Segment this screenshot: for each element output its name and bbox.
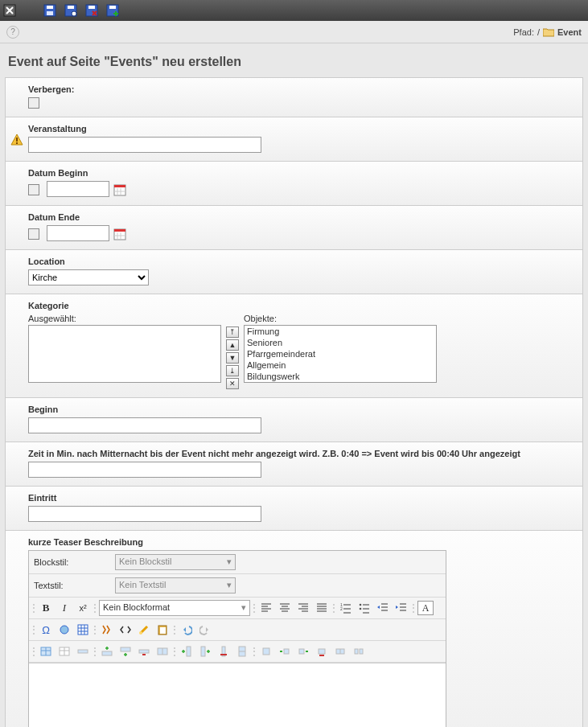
- move-up-button[interactable]: ▲: [226, 339, 239, 351]
- svg-rect-40: [201, 647, 205, 656]
- path-label: Pfad:: [513, 27, 534, 37]
- midnight-label: Zeit in Min. nach Mitternacht bis der Ev…: [28, 449, 574, 458]
- separator-icon: [253, 643, 256, 659]
- separator-icon: [173, 643, 176, 659]
- list-item[interactable]: Allgemein: [245, 359, 436, 371]
- svg-point-6: [72, 11, 76, 16]
- text-color-icon[interactable]: A: [417, 601, 434, 615]
- italic-icon[interactable]: I: [56, 600, 72, 616]
- move-top-button[interactable]: ⤒: [226, 327, 239, 338]
- save-new-icon[interactable]: [106, 4, 119, 17]
- field-title: Veranstaltung: [6, 117, 582, 162]
- special-char-icon[interactable]: Ω: [38, 622, 54, 638]
- svg-rect-34: [78, 650, 88, 653]
- list-item[interactable]: Firmung: [245, 326, 436, 337]
- page-body: Event auf Seite "Events" neu erstellen V…: [0, 43, 588, 727]
- svg-rect-28: [78, 625, 88, 635]
- rte-toolbar-3: [29, 641, 446, 663]
- ordered-list-icon[interactable]: 12: [338, 600, 354, 616]
- objects-listbox[interactable]: Firmung Senioren Pfarrgemeinderat Allgem…: [244, 325, 437, 383]
- align-left-icon[interactable]: [258, 600, 274, 616]
- blockformat-select[interactable]: Kein Blockformat: [99, 600, 250, 616]
- svg-point-29: [139, 631, 142, 635]
- date-end-label: Datum Ende: [28, 212, 574, 222]
- save-icon[interactable]: [43, 4, 56, 17]
- calendar-icon[interactable]: [113, 228, 126, 240]
- align-right-icon[interactable]: [295, 600, 311, 616]
- location-select[interactable]: Kirche: [28, 269, 149, 285]
- svg-rect-2: [47, 6, 53, 9]
- link-icon[interactable]: [56, 622, 72, 638]
- midnight-input[interactable]: [28, 462, 261, 478]
- code-icon[interactable]: [117, 622, 134, 638]
- outdent-icon[interactable]: [375, 600, 391, 616]
- row-props-icon[interactable]: [75, 643, 91, 659]
- insert-col-before-icon[interactable]: [179, 643, 195, 659]
- table-props-icon[interactable]: [38, 643, 54, 659]
- svg-rect-10: [109, 6, 116, 9]
- entry-label: Eintritt: [28, 493, 574, 503]
- save-view-icon[interactable]: [64, 4, 77, 17]
- cell-delete-icon[interactable]: [314, 643, 330, 659]
- move-down-button[interactable]: ▼: [226, 352, 239, 364]
- entry-input[interactable]: [28, 506, 261, 522]
- paste-icon[interactable]: [154, 622, 171, 638]
- date-start-checkbox[interactable]: [28, 184, 39, 195]
- indent-icon[interactable]: [393, 600, 409, 616]
- blockstyle-select[interactable]: Kein Blockstil: [115, 554, 236, 570]
- title-input[interactable]: [28, 137, 261, 153]
- textstyle-select[interactable]: Kein Textstil: [115, 577, 236, 594]
- path-page[interactable]: Event: [557, 27, 582, 37]
- category-label: Kategorie: [28, 301, 574, 310]
- list-item[interactable]: Senioren: [245, 337, 436, 348]
- align-center-icon[interactable]: [277, 600, 293, 616]
- align-justify-icon[interactable]: [314, 600, 330, 616]
- cell-merge-icon[interactable]: [351, 643, 367, 659]
- undo-icon[interactable]: [179, 622, 195, 638]
- hide-checkbox[interactable]: [28, 97, 39, 109]
- cell-props-icon[interactable]: [258, 643, 274, 659]
- path-bar: ? Pfad: / Event: [0, 21, 588, 43]
- split-row-icon[interactable]: [154, 643, 171, 659]
- svg-rect-49: [360, 649, 363, 654]
- selected-label: Ausgewählt:: [28, 314, 221, 323]
- calendar-icon[interactable]: [113, 183, 126, 196]
- date-start-input[interactable]: [47, 181, 109, 197]
- rte-canvas[interactable]: [29, 663, 446, 727]
- unordered-list-icon[interactable]: [356, 600, 372, 616]
- delete-col-icon[interactable]: [216, 643, 232, 659]
- remove-button[interactable]: ✕: [226, 378, 239, 389]
- insert-row-after-icon[interactable]: [117, 643, 134, 659]
- date-end-input[interactable]: [47, 225, 109, 241]
- selected-listbox[interactable]: [28, 325, 221, 383]
- svg-rect-48: [355, 649, 358, 654]
- svg-point-25: [360, 604, 362, 606]
- begin-input[interactable]: [28, 417, 261, 433]
- redo-icon[interactable]: [197, 622, 213, 638]
- cell-insert-before-icon[interactable]: [277, 643, 293, 659]
- insert-row-before-icon[interactable]: [99, 643, 115, 659]
- svg-text:2: 2: [340, 606, 343, 611]
- close-icon[interactable]: [3, 4, 16, 17]
- cell-insert-after-icon[interactable]: [295, 643, 311, 659]
- delete-row-icon[interactable]: [136, 643, 152, 659]
- insert-col-after-icon[interactable]: [197, 643, 213, 659]
- date-end-checkbox[interactable]: [28, 228, 39, 240]
- superscript-icon[interactable]: x²: [75, 600, 91, 616]
- cell-split-icon[interactable]: [332, 643, 348, 659]
- teaser-label: kurze Teaser Beschreibung: [28, 537, 574, 547]
- move-bottom-button[interactable]: ⤓: [226, 365, 239, 376]
- table-restyle-icon[interactable]: [56, 643, 72, 659]
- table-icon[interactable]: [75, 622, 91, 638]
- list-item[interactable]: Bildungswerk: [245, 371, 436, 382]
- field-teaser: kurze Teaser Beschreibung Blockstil: Kei…: [6, 531, 582, 727]
- save-close-icon[interactable]: [85, 4, 98, 17]
- split-col-icon[interactable]: [234, 643, 250, 659]
- clear-format-icon[interactable]: [136, 622, 152, 638]
- list-item[interactable]: Pfarrgemeinderat: [245, 348, 436, 359]
- find-icon[interactable]: [99, 622, 115, 638]
- svg-rect-14: [114, 185, 125, 187]
- rte-toolbar-1: B I x² Kein Blockformat 12 A: [29, 598, 446, 619]
- help-icon[interactable]: ?: [6, 26, 19, 39]
- bold-icon[interactable]: B: [38, 600, 54, 616]
